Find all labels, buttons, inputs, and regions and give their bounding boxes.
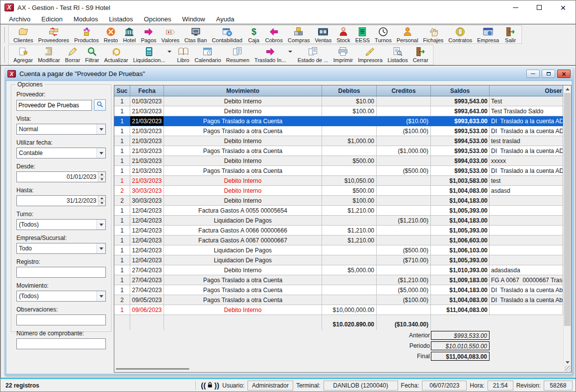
menu-item-ayuda[interactable]: Ayuda: [211, 14, 240, 24]
toolbar-button-listados[interactable]: Listados: [385, 45, 411, 65]
vertical-scrollbar[interactable]: [563, 85, 571, 366]
menu-item-edicion[interactable]: Edicion: [36, 14, 68, 24]
toolbar-button-eess[interactable]: EESS: [353, 26, 372, 43]
toolbar-button-borrar[interactable]: Borrar: [63, 45, 83, 65]
desde-spinner[interactable]: [98, 172, 105, 182]
toolbar-button-cobros[interactable]: Cobros: [263, 26, 285, 43]
table-row[interactable]: 121/03/2023Pagos Traslado a otra Cuenta(…: [114, 166, 571, 176]
toolbar-button-valores[interactable]: Valores: [159, 26, 182, 43]
table-row[interactable]: 112/04/2023Liquidacion De Pagos($710.00)…: [114, 255, 571, 265]
proveedor-input[interactable]: [16, 100, 92, 111]
table-row[interactable]: 112/04/2023Factura Gastos A 0055 0000565…: [114, 206, 571, 216]
turno-select[interactable]: (Todos): [16, 219, 106, 230]
toolbar-button-agregar[interactable]: Agregar: [11, 45, 35, 65]
toolbar-grip[interactable]: [4, 47, 6, 63]
column-header-observaciones[interactable]: Obser: [490, 85, 563, 96]
table-row[interactable]: 127/04/2023Pagos Traslado a otra Cuenta(…: [114, 285, 571, 295]
table-row[interactable]: 121/03/2023Pagos Traslado a otra Cuenta(…: [114, 126, 571, 136]
minimize-button[interactable]: [507, 1, 524, 13]
comprobante-input[interactable]: [16, 338, 106, 349]
utilizar-fecha-select[interactable]: Contable: [16, 148, 106, 158]
toolbar-button-contratos[interactable]: Contratos: [446, 26, 475, 43]
child-title-bar[interactable]: X Cuenta a pagar de "Proveedor De Prueba…: [4, 67, 574, 81]
toolbar-button-clientes[interactable]: Clientes: [11, 26, 36, 43]
column-header-suc[interactable]: Suc: [114, 85, 130, 96]
scroll-down-icon[interactable]: [564, 359, 571, 366]
spin-up-icon[interactable]: [98, 172, 105, 177]
toolbar-button-impresora[interactable]: Impresora: [355, 45, 385, 65]
table-row[interactable]: 121/03/2023Debito Interno$100.00$993,643…: [114, 106, 571, 116]
horizontal-scrollbar[interactable]: [114, 367, 563, 371]
toolbar-button-proveedores[interactable]: Proveedores: [36, 26, 72, 43]
toolbar-button-cerrar[interactable]: Cerrar: [411, 45, 431, 65]
table-row[interactable]: 121/03/2023Debito Interno$500.00$994,033…: [114, 156, 571, 166]
dropdown-caret-icon[interactable]: [167, 51, 171, 53]
table-row[interactable]: 209/05/2023Pagos Traslado a otra Cuenta(…: [114, 295, 571, 305]
table-row[interactable]: 121/03/2023Debito Interno$10,050.00$1,00…: [114, 176, 571, 186]
toolbar-button-resto[interactable]: Resto: [101, 26, 121, 43]
menu-item-modulos[interactable]: Modulos: [68, 14, 103, 24]
hasta-input[interactable]: 31/12/2023: [16, 195, 106, 206]
table-row[interactable]: 127/04/2023Debito Interno$5,000.00$1,010…: [114, 265, 571, 275]
toolbar-button-hotel[interactable]: Hotel: [120, 26, 138, 43]
table-row[interactable]: 101/03/2023Debito Interno$10.00$993,543.…: [114, 96, 571, 106]
column-header-debitos[interactable]: Debitos: [322, 85, 377, 96]
column-header-saldos[interactable]: Saldos: [431, 85, 490, 96]
toolbar-button-estado-de[interactable]: Estado de ...: [295, 45, 331, 65]
maximize-button[interactable]: [531, 1, 548, 13]
toolbar-button-caja[interactable]: $Caja: [245, 26, 263, 43]
desde-input[interactable]: 01/01/2023: [16, 171, 106, 182]
spin-up-icon[interactable]: [98, 196, 105, 201]
table-row[interactable]: 112/04/2023Liquidacion De Pagos($1,210.0…: [114, 216, 571, 226]
movimiento-select[interactable]: (Todos): [16, 291, 106, 302]
table-row[interactable]: 109/06/2023Debito Interno$10,000,000.00$…: [114, 305, 571, 315]
table-row[interactable]: 112/04/2023Liquidacion De Pagos($500.00)…: [114, 245, 571, 255]
table-row[interactable]: 112/04/2023Factura Gastos A 0066 0000066…: [114, 226, 571, 235]
column-header-movimiento[interactable]: Movimiento: [164, 85, 322, 96]
toolbar-button-pagos[interactable]: Pagos: [138, 26, 159, 43]
empresa-sucursal-select[interactable]: Todo: [16, 243, 106, 254]
table-row[interactable]: 121/03/2023Debito Interno$1,000.00$994,5…: [114, 136, 571, 146]
toolbar-button-filtrar[interactable]: Filtrar: [82, 45, 101, 65]
toolbar-button-liquidacion[interactable]: Liquidacion...: [131, 45, 174, 65]
table-row[interactable]: 112/04/2023Factura Gastos A 0067 0000066…: [114, 235, 571, 245]
toolbar-button-compras[interactable]: Compras: [285, 26, 313, 43]
toolbar-button-ctas-ban[interactable]: Ctas Ban: [182, 26, 209, 43]
hasta-spinner[interactable]: [98, 196, 105, 206]
toolbar-button-traslado-in[interactable]: Traslado In...: [252, 45, 295, 65]
toolbar-button-salir[interactable]: Salir: [501, 26, 519, 43]
close-button[interactable]: ×: [555, 1, 572, 13]
child-close-button[interactable]: ×: [557, 70, 571, 78]
toolbar-button-libro[interactable]: Libro: [174, 45, 192, 65]
toolbar-button-calendario[interactable]: Calendario: [192, 45, 224, 65]
column-header-creditos[interactable]: Creditos: [377, 85, 431, 96]
table-row[interactable]: 121/03/2023Pagos Traslado a otra Cuenta(…: [114, 146, 571, 156]
toolbar-button-imprimir[interactable]: Imprimir: [330, 45, 355, 65]
toolbar-button-empresa[interactable]: Empresa: [475, 26, 501, 43]
table-row[interactable]: 230/03/2023Debito Interno$500.00$1,004,0…: [114, 186, 571, 196]
toolbar-button-ventas[interactable]: Ventas: [313, 26, 334, 43]
horizontal-scroll-thumb[interactable]: [116, 368, 189, 370]
toolbar-grip[interactable]: [4, 27, 6, 43]
child-minimize-button[interactable]: [526, 70, 540, 78]
spin-down-icon[interactable]: [98, 177, 105, 182]
table-row[interactable]: 121/03/2023Pagos Traslado a otra Cuenta(…: [114, 116, 571, 126]
vista-select[interactable]: Normal: [16, 124, 106, 135]
resize-grip[interactable]: [565, 366, 571, 372]
toolbar-button-fichajes[interactable]: Fichajes: [420, 26, 446, 43]
toolbar-button-contabilidad[interactable]: Contabilidad: [209, 26, 245, 43]
table-row[interactable]: 127/04/2023Pagos Traslado a otra Cuenta(…: [114, 275, 571, 285]
menu-item-listados[interactable]: Listados: [103, 14, 138, 24]
search-button[interactable]: [94, 99, 106, 111]
toolbar-button-resumen[interactable]: Resumen: [224, 45, 252, 65]
vertical-scroll-thumb[interactable]: [564, 93, 571, 326]
toolbar-button-productos[interactable]: Productos: [72, 26, 101, 43]
scroll-up-icon[interactable]: [564, 85, 571, 92]
child-restore-button[interactable]: [542, 70, 555, 78]
dropdown-caret-icon[interactable]: [288, 51, 292, 53]
toolbar-button-turnos[interactable]: Turnos: [372, 26, 394, 43]
menu-item-opciones[interactable]: Opciones: [139, 14, 177, 24]
toolbar-button-modificar[interactable]: Modificar: [35, 45, 63, 65]
observaciones-input[interactable]: [16, 314, 106, 325]
table-row[interactable]: 230/03/2023Debito Interno$100.00$1,004,1…: [114, 196, 571, 206]
